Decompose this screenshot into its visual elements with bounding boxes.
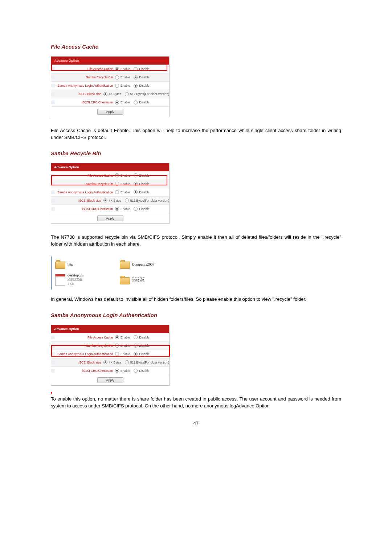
apply-button[interactable]: Apply [97, 109, 123, 115]
row-label: File Access Cache [55, 67, 115, 71]
apply-button[interactable]: Apply [97, 216, 123, 221]
radio-512[interactable]: 512 Bytes(For older version) [125, 92, 169, 96]
advance-option-panel-sala: Advance Option File Access Cache Enable … [51, 322, 170, 392]
paragraph-srb-2: In general, Windows has default to invis… [51, 296, 341, 303]
panel-header: Advance Option [51, 163, 169, 171]
paragraph-srb-1: The N7700 is supported recycle bin via S… [51, 234, 341, 248]
folder-computex[interactable]: Computex2007 [120, 260, 173, 268]
advance-option-panel-srb: Advance Option File Access Cache Enable … [51, 160, 170, 230]
section-heading-srb: Samba Recycle Bin [51, 150, 341, 156]
highlight-sala [51, 392, 52, 394]
radio-disable[interactable]: Disable [134, 67, 149, 71]
row-samba-anon-login: Samba Anonymous Login Authentication Ena… [51, 81, 169, 90]
row-iscsi-crc: iSCSI CRC/Checksum Enable Disable [51, 366, 169, 375]
row-samba-recycle-bin: Samba Recycle Bin Enable Disable [51, 341, 169, 350]
folder-recycle[interactable]: recycle [120, 273, 173, 286]
folder-icon [120, 260, 130, 268]
apply-button[interactable]: Apply [97, 377, 123, 383]
row-samba-anon-login: Samba Anonymous Login Authentication Ena… [51, 350, 169, 358]
folder-view: http Computex2007 desktop.ini 組態設定值 1 KB… [51, 257, 173, 290]
row-iscsi-block-size: iSCSI Block size 4K Bytes 512 Bytes(For … [51, 196, 169, 205]
row-file-access-cache: File Access Cache Enable Disable [51, 333, 169, 341]
page-number: 47 [51, 420, 341, 426]
section-heading-sala: Samba Anonymous Login Authentication [51, 312, 341, 318]
folder-icon [55, 260, 65, 268]
folder-http[interactable]: http [55, 260, 109, 268]
row-iscsi-crc: iSCSI CRC/Checksum Enable Disable [51, 98, 169, 106]
radio-disable[interactable]: Disable [134, 84, 149, 88]
radio-enable[interactable]: Enable [115, 75, 130, 79]
folder-icon [120, 276, 130, 284]
row-file-access-cache: File Access Cache Enable Disable [51, 65, 169, 73]
radio-4k[interactable]: 4K Bytes [103, 92, 121, 96]
radio-enable[interactable]: Enable [115, 67, 130, 71]
section-heading-fac: File Access Cache [51, 44, 341, 50]
row-samba-recycle-bin: Samba Recycle Bin Enable Disable [51, 180, 169, 188]
paragraph-sala: To enable this option, no matter there i… [51, 396, 341, 410]
radio-disable[interactable]: Disable [134, 75, 149, 79]
panel-header: Advance Option [51, 57, 169, 65]
row-samba-recycle-bin: Samba Recycle Bin Enable Disable [51, 73, 169, 81]
radio-enable[interactable]: Enable [115, 100, 130, 104]
file-desktop-ini[interactable]: desktop.ini 組態設定值 1 KB [55, 273, 109, 286]
radio-enable[interactable]: Enable [115, 84, 130, 88]
advance-option-panel-fac: Advance Option File Access Cache Enable … [51, 53, 170, 124]
row-file-access-cache: File Access Cache Enable Disable [51, 171, 169, 180]
radio-disable[interactable]: Disable [134, 100, 149, 104]
row-iscsi-block-size: iSCSI Block size 4K Bytes 512 Bytes(For … [51, 90, 169, 98]
row-iscsi-block-size: iSCSI Block size 4K Bytes 512 Bytes(For … [51, 358, 169, 366]
paragraph-fac: File Access Cache is default Enable. Thi… [51, 127, 341, 141]
panel-header: Advance Option [51, 325, 169, 333]
ini-file-icon [55, 274, 65, 286]
row-samba-anon-login: Samba Anonymous Login Authentication Ena… [51, 188, 169, 196]
row-iscsi-crc: iSCSI CRC/Checksum Enable Disable [51, 205, 169, 213]
